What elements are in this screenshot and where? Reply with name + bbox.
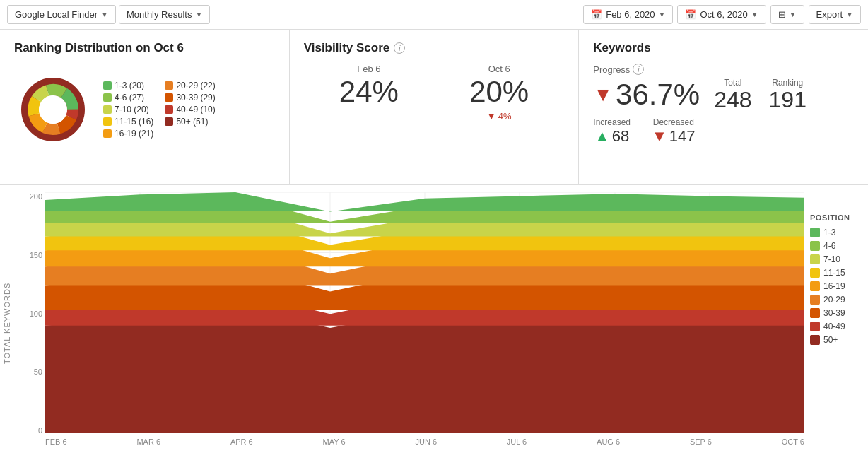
chart-svg-wrapper: 050100150200 <box>17 192 804 435</box>
chart-legend-label: 40-49 <box>823 322 845 331</box>
chart-legend-label: 50+ <box>823 335 838 345</box>
legend-swatch <box>103 105 112 114</box>
legend-item: 20-29 (22) <box>165 81 215 90</box>
visibility-down-arrow: ▼ <box>487 111 496 122</box>
x-tick: SEP 6 <box>690 437 712 446</box>
keywords-panel: Keywords Progress i ▼ 36.7% Increased ▲ <box>579 30 868 184</box>
legend-item: 16-19 (21) <box>103 129 153 139</box>
chart-legend-item: 1-3 <box>810 228 861 237</box>
toolbar: Google Local Finder ▼ Monthly Results ▼ … <box>0 0 868 30</box>
x-tick: MAR 6 <box>136 437 160 446</box>
ranking-distribution-panel: Ranking Distribution on Oct 6 <box>0 30 290 184</box>
ranking-value: 191 <box>769 88 807 112</box>
x-tick: AUG 6 <box>597 437 620 446</box>
legend-item: 1-3 (20) <box>103 81 153 90</box>
legend-label: 50+ (51) <box>176 117 208 127</box>
export-button[interactable]: Export ▼ <box>809 5 861 24</box>
keywords-progress: Progress i ▼ 36.7% Increased ▲ 68 <box>593 64 700 146</box>
visibility-oct-value: 20% <box>434 77 564 107</box>
date1-chevron-icon: ▼ <box>659 11 666 18</box>
increased-item: Increased ▲ 68 <box>593 117 631 146</box>
x-tick: APR 6 <box>230 437 253 446</box>
ranking-panel-content: 1-3 (20)20-29 (22)4-6 (27)30-39 (29)7-10… <box>14 64 275 148</box>
grid-button[interactable]: ⊞ ▼ <box>770 5 804 24</box>
legend-label: 4-6 (27) <box>115 93 144 102</box>
chart-legend-label: 30-39 <box>823 308 845 318</box>
date2-label: Oct 6, 2020 <box>700 9 747 20</box>
x-axis: FEB 6MAR 6APR 6MAY 6JUN 6JUL 6AUG 6SEP 6… <box>17 435 804 446</box>
area-chart-svg <box>45 192 804 433</box>
chart-legend-swatch <box>810 295 820 305</box>
visibility-change-value: 4% <box>498 111 512 122</box>
visibility-info-icon[interactable]: i <box>394 42 405 54</box>
decreased-item: Decreased ▼ 147 <box>652 117 696 146</box>
visibility-feb-value: 24% <box>304 77 434 107</box>
visibility-change: ▼ 4% <box>434 111 564 122</box>
visibility-feb-col: Feb 6 24% <box>304 64 434 122</box>
y-axis-label: TOTAL KEYWORDS <box>3 192 17 453</box>
chart-legend-swatch <box>810 335 820 345</box>
visibility-feb-label: Feb 6 <box>304 64 434 74</box>
calendar1-icon: 📅 <box>591 9 602 20</box>
chart-legend-swatch <box>810 241 820 251</box>
progress-info-icon[interactable]: i <box>633 64 644 75</box>
down-arrow-icon: ▼ <box>652 127 667 146</box>
grid-chevron-icon: ▼ <box>790 11 797 18</box>
x-tick: FEB 6 <box>45 437 67 446</box>
date2-chevron-icon: ▼ <box>751 11 758 18</box>
chart-legend-item: 7-10 <box>810 254 861 264</box>
y-tick: 100 <box>17 310 45 318</box>
finder-label: Google Local Finder <box>15 9 98 20</box>
progress-down-arrow: ▼ <box>593 83 613 106</box>
increased-value: ▲ 68 <box>593 127 631 146</box>
chart-legend-swatch <box>810 254 820 264</box>
decreased-label: Decreased <box>652 117 696 127</box>
legend-label: 30-39 (29) <box>176 93 215 102</box>
legend-item: 50+ (51) <box>165 117 215 127</box>
chart-legend-label: 1-3 <box>823 228 835 237</box>
legend-item: 30-39 (29) <box>165 93 215 102</box>
chart-legend-swatch <box>810 281 820 291</box>
chart-legend-label: 16-19 <box>823 281 845 291</box>
chart-legend-item: 40-49 <box>810 322 861 331</box>
chart-legend-item: 11-15 <box>810 268 861 278</box>
increased-label: Increased <box>593 117 631 127</box>
ranking-distribution-title: Ranking Distribution on Oct 6 <box>14 41 275 55</box>
results-dropdown[interactable]: Monthly Results ▼ <box>119 5 210 24</box>
finder-dropdown[interactable]: Google Local Finder ▼ <box>7 5 116 24</box>
legend-label: 16-19 (21) <box>115 129 153 139</box>
decreased-value: ▼ 147 <box>652 127 696 146</box>
x-tick: JUN 6 <box>415 437 437 446</box>
x-tick: OCT 6 <box>782 437 804 446</box>
summary-panels: Ranking Distribution on Oct 6 <box>0 30 868 185</box>
legend-swatch <box>165 105 173 114</box>
chart-legend-swatch <box>810 228 820 237</box>
chart-legend: POSITION 1-34-67-1011-1516-1920-2930-394… <box>804 192 868 453</box>
export-label: Export <box>816 9 843 20</box>
total-stat: Total 248 <box>714 78 751 112</box>
y-tick: 150 <box>17 251 45 259</box>
legend-swatch <box>103 117 112 126</box>
chart-legend-swatch <box>810 268 820 278</box>
ranking-legend: 1-3 (20)20-29 (22)4-6 (27)30-39 (29)7-10… <box>103 81 216 139</box>
date2-button[interactable]: 📅 Oct 6, 2020 ▼ <box>677 5 766 24</box>
legend-label: 1-3 (20) <box>115 81 144 90</box>
chart-legend-label: 20-29 <box>823 295 845 305</box>
inc-dec-row: Increased ▲ 68 Decreased ▼ 147 <box>593 117 700 146</box>
total-value: 248 <box>714 88 751 112</box>
export-chevron-icon: ▼ <box>846 11 853 18</box>
ranking-label: Ranking <box>769 78 807 88</box>
visibility-columns: Feb 6 24% Oct 6 20% ▼ 4% <box>304 64 565 122</box>
keywords-stats: Total 248 Ranking 191 <box>714 64 807 146</box>
donut-chart <box>14 71 92 148</box>
y-tick: 0 <box>17 426 45 435</box>
visibility-panel: Visibility Score i Feb 6 24% Oct 6 20% ▼… <box>290 30 580 184</box>
up-arrow-icon: ▲ <box>594 127 610 146</box>
chart-legend-swatch <box>810 308 820 318</box>
y-tick: 200 <box>17 192 45 201</box>
svg-marker-16 <box>45 307 804 433</box>
date1-button[interactable]: 📅 Feb 6, 2020 ▼ <box>583 5 673 24</box>
date1-label: Feb 6, 2020 <box>606 9 655 20</box>
chart-legend-label: 11-15 <box>823 268 845 278</box>
y-tick: 50 <box>17 367 45 376</box>
